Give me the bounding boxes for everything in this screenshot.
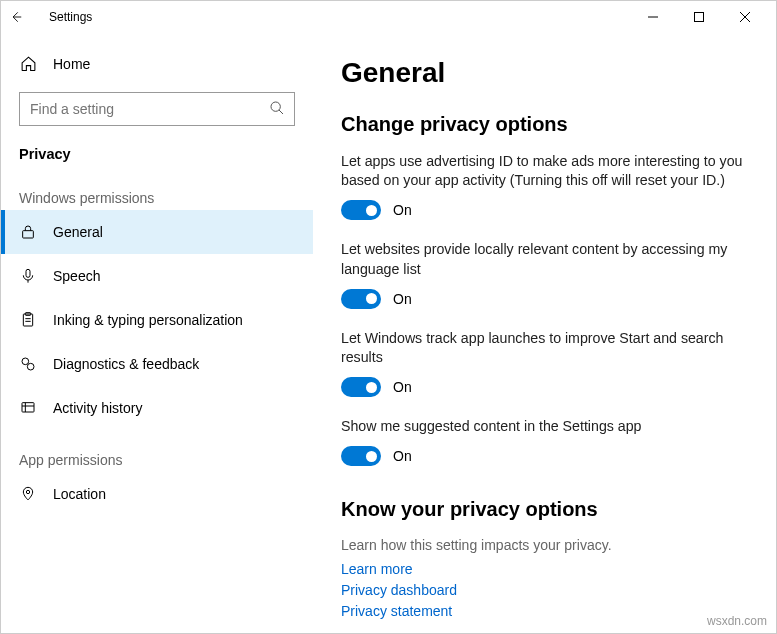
home-nav[interactable]: Home: [1, 47, 313, 80]
toggle-row: On: [341, 200, 746, 220]
window-controls: [630, 1, 768, 33]
link-privacy-dashboard[interactable]: Privacy dashboard: [341, 580, 746, 601]
window-title: Settings: [49, 10, 92, 24]
toggle-state: On: [393, 448, 412, 464]
content-pane: General Change privacy options Let apps …: [313, 33, 776, 633]
group-windows-permissions: Windows permissions: [1, 168, 313, 210]
window-body: Home Privacy Windows permissions General: [1, 33, 776, 633]
sidebar-item-label: Diagnostics & feedback: [53, 356, 199, 372]
sidebar: Home Privacy Windows permissions General: [1, 33, 313, 633]
link-privacy-statement[interactable]: Privacy statement: [341, 601, 746, 622]
setting-desc: Let Windows track app launches to improv…: [341, 329, 746, 367]
toggle-state: On: [393, 379, 412, 395]
toggle-state: On: [393, 291, 412, 307]
sidebar-item-speech[interactable]: Speech: [1, 254, 313, 298]
sub-info: Learn how this setting impacts your priv…: [341, 537, 746, 553]
section-title: Privacy: [1, 126, 313, 168]
link-learn-more[interactable]: Learn more: [341, 559, 746, 580]
sidebar-item-label: General: [53, 224, 103, 240]
close-button[interactable]: [722, 1, 768, 33]
svg-rect-7: [26, 269, 30, 277]
toggle-row: On: [341, 446, 746, 466]
know-privacy-section: Know your privacy options Learn how this…: [341, 498, 746, 622]
history-icon: [19, 400, 37, 416]
toggle-switch[interactable]: [341, 289, 381, 309]
setting-desc: Let websites provide locally relevant co…: [341, 240, 746, 278]
setting-advertising-id: Let apps use advertising ID to make ads …: [341, 152, 746, 220]
toggle-state: On: [393, 202, 412, 218]
section-heading: Change privacy options: [341, 113, 746, 136]
svg-point-13: [27, 363, 34, 370]
svg-point-4: [271, 102, 280, 111]
sidebar-item-label: Location: [53, 486, 106, 502]
location-icon: [19, 486, 37, 502]
sidebar-item-label: Activity history: [53, 400, 142, 416]
lock-icon: [19, 224, 37, 240]
sidebar-item-general[interactable]: General: [1, 210, 313, 254]
setting-language-list: Let websites provide locally relevant co…: [341, 240, 746, 308]
group-app-permissions: App permissions: [1, 430, 313, 472]
clipboard-icon: [19, 312, 37, 328]
setting-suggested-content: Show me suggested content in the Setting…: [341, 417, 746, 466]
microphone-icon: [19, 268, 37, 284]
setting-app-launches: Let Windows track app launches to improv…: [341, 329, 746, 397]
back-button[interactable]: [9, 10, 29, 24]
page-title: General: [341, 57, 746, 89]
svg-rect-1: [695, 13, 704, 22]
toggle-switch[interactable]: [341, 446, 381, 466]
setting-desc: Let apps use advertising ID to make ads …: [341, 152, 746, 190]
sidebar-item-label: Inking & typing personalization: [53, 312, 243, 328]
feedback-icon: [19, 356, 37, 372]
sidebar-item-activity[interactable]: Activity history: [1, 386, 313, 430]
watermark: wsxdn.com: [707, 614, 767, 628]
svg-rect-6: [23, 231, 34, 238]
svg-line-5: [279, 110, 283, 114]
section-heading: Know your privacy options: [341, 498, 746, 521]
toggle-row: On: [341, 289, 746, 309]
search-icon: [269, 100, 285, 116]
setting-desc: Show me suggested content in the Setting…: [341, 417, 746, 436]
titlebar: Settings: [1, 1, 776, 33]
sidebar-item-label: Speech: [53, 268, 100, 284]
minimize-button[interactable]: [630, 1, 676, 33]
settings-window: Settings Home Privacy Windows permission…: [0, 0, 777, 634]
maximize-button[interactable]: [676, 1, 722, 33]
svg-rect-14: [22, 403, 34, 412]
toggle-switch[interactable]: [341, 200, 381, 220]
home-label: Home: [53, 56, 90, 72]
svg-point-17: [26, 490, 29, 493]
toggle-switch[interactable]: [341, 377, 381, 397]
search-wrap: [19, 92, 295, 126]
toggle-row: On: [341, 377, 746, 397]
svg-point-12: [22, 358, 29, 365]
sidebar-item-diagnostics[interactable]: Diagnostics & feedback: [1, 342, 313, 386]
sidebar-item-inking[interactable]: Inking & typing personalization: [1, 298, 313, 342]
sidebar-item-location[interactable]: Location: [1, 472, 313, 516]
search-input[interactable]: [19, 92, 295, 126]
home-icon: [19, 55, 37, 72]
